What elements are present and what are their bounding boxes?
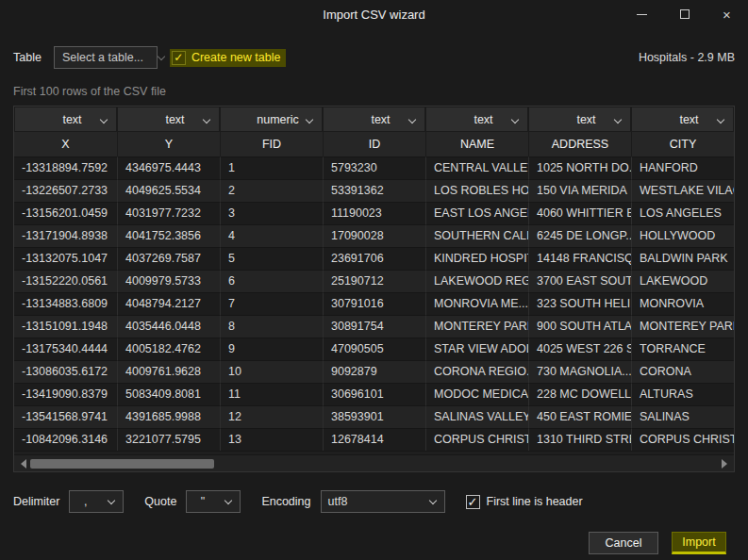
table-cell: 450 EAST ROMIE... (528, 405, 631, 428)
scroll-right-icon[interactable] (722, 459, 727, 469)
table-cell: CENTRAL VALLEY... (425, 156, 528, 179)
file-info: Hospitals - 2.9 MB (639, 51, 735, 64)
preview-caption: First 100 rows of the CSV file (13, 85, 735, 98)
encoding-select[interactable]: utf8 (321, 490, 445, 513)
encoding-value: utf8 (322, 495, 430, 508)
table-row: -13152220.05614009979.5733625190712LAKEW… (14, 270, 734, 292)
table-cell: 11 (220, 383, 323, 405)
delimiter-select[interactable]: , (69, 490, 124, 513)
minimize-icon (637, 14, 647, 15)
column-type-select[interactable]: text (426, 107, 527, 131)
chevron-down-icon (306, 116, 313, 124)
scrollbar-thumb[interactable] (30, 459, 214, 469)
table-cell: 10 (220, 360, 323, 383)
table-cell: 4346975.4443 (117, 156, 220, 179)
table-row: -13134883.68094048794.2127730791016MONRO… (14, 292, 734, 315)
table-cell: 4391685.9988 (117, 405, 220, 428)
first-line-header-label: First line is header (487, 495, 583, 508)
table-cell: 228 MC DOWELL... (528, 383, 631, 405)
table-select[interactable]: Select a table... (54, 46, 158, 69)
table-cell: 13 (220, 428, 323, 451)
column-header-row: XYFIDIDNAMEADDRESSCITY (14, 132, 734, 156)
minimize-button[interactable] (621, 0, 663, 28)
table-cell: LAKEWOOD (631, 270, 734, 292)
column-type-select[interactable]: text (529, 107, 630, 131)
table-cell: MONTEREY PARK... (425, 315, 528, 338)
table-cell: 23691706 (323, 247, 425, 270)
chevron-down-icon (408, 116, 416, 124)
table-cell: 25190712 (323, 270, 425, 292)
chevron-down-icon (717, 116, 724, 124)
table-cell: 4031977.7232 (117, 202, 220, 224)
table-cell: -13134883.6809 (14, 292, 117, 315)
column-type-select[interactable]: text (15, 107, 116, 131)
maximize-button[interactable] (663, 0, 706, 28)
table-cell: -13086035.6172 (14, 360, 117, 383)
table-cell: LOS ANGELES (631, 202, 734, 224)
table-cell: MODOC MEDICA... (425, 383, 528, 405)
column-header: CITY (631, 132, 734, 156)
title-bar: Import CSV wizard × (0, 0, 748, 28)
column-header: X (14, 132, 117, 156)
quote-label: Quote (144, 495, 176, 508)
table-cell: 53391362 (323, 179, 425, 202)
quote-select[interactable]: " (186, 490, 241, 513)
maximize-icon (680, 9, 690, 19)
table-cell: 47090505 (323, 338, 425, 360)
table-cell: 7 (220, 292, 323, 315)
table-cell: 4009979.5733 (117, 270, 220, 292)
checkbox-checked-icon: ✓ (172, 51, 186, 65)
chevron-down-icon (224, 496, 232, 503)
action-buttons: Cancel Import (0, 532, 726, 554)
table-cell: 730 MAGNOLIA... (528, 360, 631, 383)
chevron-down-icon (100, 116, 108, 124)
column-header: NAME (425, 132, 528, 156)
close-button[interactable]: × (706, 0, 748, 28)
table-cell: STAR VIEW ADOL... (425, 338, 528, 360)
table-cell: BALDWIN PARK (631, 247, 734, 270)
table-cell: 5083409.8081 (117, 383, 220, 405)
chevron-down-icon (511, 116, 519, 124)
table-cell: MONROVIA ME... (425, 292, 528, 315)
table-cell: WESTLAKE VILAGE (631, 179, 734, 202)
table-cell: 4037269.7587 (117, 247, 220, 270)
table-label: Table (13, 51, 42, 64)
table-cell: CORPUS CHRISTI (631, 428, 734, 451)
table-cell: HOLLYWOOD (631, 224, 734, 247)
table-cell: 12 (220, 405, 323, 428)
column-header: ID (323, 132, 425, 156)
delimiter-label: Delimiter (13, 495, 59, 508)
table-cell: -13152220.0561 (14, 270, 117, 292)
table-cell: SALINAS VALLEY... (425, 405, 528, 428)
table-cell: TORRANCE (631, 338, 734, 360)
table-row: -13171904.89384041752.3856417090028SOUTH… (14, 224, 734, 247)
column-type-select[interactable]: text (118, 107, 219, 131)
table-cell: -13419090.8379 (14, 383, 117, 405)
first-line-header-checkbox[interactable]: ✓ (466, 495, 480, 509)
column-type-select[interactable]: text (324, 107, 424, 131)
table-select-value: Select a table... (55, 51, 158, 64)
table-row: -13226507.27334049625.5534253391362LOS R… (14, 179, 734, 202)
table-cell: CORPUS CHRISTI... (425, 428, 528, 451)
table-cell: -13175340.4444 (14, 338, 117, 360)
table-cell: 4009761.9628 (117, 360, 220, 383)
table-cell: EAST LOS ANGEL... (425, 202, 528, 224)
column-type-select[interactable]: text (632, 107, 733, 131)
delimiter-value: , (70, 495, 108, 508)
table-cell: 1310 THIRD STRE... (528, 428, 631, 451)
chevron-down-icon (614, 116, 622, 124)
scroll-left-icon[interactable] (21, 459, 26, 469)
encoding-label: Encoding (261, 495, 310, 508)
table-cell: 11190023 (323, 202, 425, 224)
table-cell: LOS ROBLES HO... (425, 179, 528, 202)
horizontal-scrollbar[interactable] (14, 454, 734, 471)
create-new-table-checkbox[interactable]: ✓ Create new table (170, 49, 287, 67)
import-button[interactable]: Import (672, 532, 726, 554)
column-header: Y (117, 132, 220, 156)
table-cell: 30696101 (323, 383, 425, 405)
cancel-button[interactable]: Cancel (589, 532, 658, 554)
table-cell: 1025 NORTH DO... (528, 156, 631, 179)
column-type-select[interactable]: numeric (221, 107, 322, 131)
column-header: ADDRESS (528, 132, 631, 156)
table-cell: 38593901 (323, 405, 425, 428)
